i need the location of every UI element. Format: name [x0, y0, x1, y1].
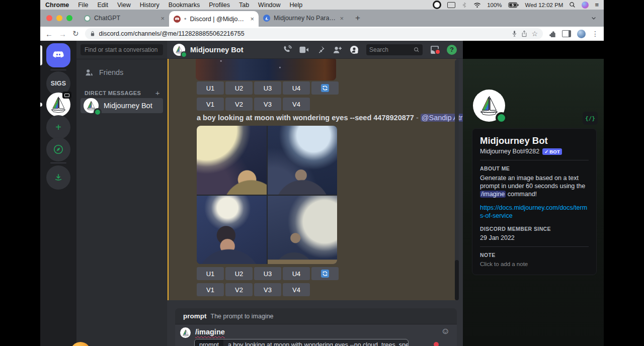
previous-grid-image-bottom[interactable]	[196, 59, 336, 80]
display-icon[interactable]	[447, 2, 455, 8]
menu-file[interactable]: File	[78, 2, 88, 9]
bookmark-star-icon[interactable]: ☆	[531, 30, 538, 38]
menubar-clock[interactable]: Wed 12:02 PM	[525, 2, 564, 8]
tab-close-icon[interactable]: ×	[340, 15, 344, 22]
variation-button-v4[interactable]: V4	[283, 283, 310, 296]
mic-icon[interactable]	[512, 30, 517, 37]
menu-view[interactable]: View	[117, 2, 131, 9]
variation-button-v3[interactable]: V3	[254, 283, 281, 296]
battery-icon	[508, 2, 519, 8]
discord-home-button[interactable]	[46, 43, 70, 67]
reload-button[interactable]: ↻	[72, 29, 79, 38]
tab-search-chevron-icon[interactable]	[591, 15, 597, 21]
extensions-puzzle-icon[interactable]	[549, 30, 556, 37]
home-active-pill	[40, 45, 42, 65]
upscale-button-u4[interactable]: U4	[283, 267, 310, 280]
grid-image-2[interactable]	[268, 126, 338, 195]
variation-button-v1[interactable]: V1	[197, 283, 224, 296]
upscale-button-u2[interactable]: U2	[225, 267, 253, 280]
add-server-button[interactable]: +	[46, 115, 70, 139]
chat-search-input[interactable]: Search	[366, 44, 423, 55]
upscale-button-u4[interactable]: U4	[283, 81, 310, 95]
tab-chatgpt[interactable]: ChatGPT ×	[79, 10, 169, 27]
reroll-button[interactable]	[311, 267, 339, 280]
spotlight-icon[interactable]	[569, 2, 576, 8]
upscale-button-u1[interactable]: U1	[197, 267, 224, 280]
bluetooth-icon[interactable]	[461, 2, 467, 9]
note-placeholder[interactable]: Click to add a note	[480, 261, 589, 267]
upscale-button-u3[interactable]: U3	[254, 267, 281, 280]
siri-icon[interactable]	[582, 2, 589, 9]
plus-icon: +	[55, 122, 61, 133]
menu-profiles[interactable]: Profiles	[209, 2, 230, 9]
variation-button-v4[interactable]: V4	[283, 98, 310, 111]
imagine-command-chip[interactable]: /imagine	[480, 191, 506, 198]
chat-scrollbar[interactable]	[455, 60, 459, 300]
side-panel-icon[interactable]	[562, 30, 571, 37]
dm-header-label: DIRECT MESSAGES	[85, 90, 141, 96]
forward-button[interactable]: →	[59, 30, 66, 38]
chat-title: Midjourney Bot	[190, 46, 244, 54]
notification-center-icon[interactable]: ≡	[595, 2, 599, 8]
reroll-button[interactable]	[311, 81, 339, 95]
menu-history[interactable]: History	[140, 2, 159, 9]
upscale-button-u1[interactable]: U1	[197, 81, 224, 95]
download-icon	[53, 172, 63, 183]
chrome-menu-icon[interactable]: ⋮	[592, 30, 599, 38]
minimize-window-button[interactable]	[56, 15, 62, 21]
chrome-profile-avatar[interactable]	[577, 30, 586, 38]
address-bar[interactable]: discord.com/channels/@me/112828885506221…	[85, 28, 543, 39]
user-profile-icon[interactable]	[350, 45, 359, 54]
variation-button-v1[interactable]: V1	[197, 98, 224, 111]
midjourney-image-grid[interactable]	[197, 126, 337, 264]
variation-button-v2[interactable]: V2	[225, 283, 253, 296]
prompt-option-input[interactable]: prompt a boy looking at moon with wonder…	[194, 339, 409, 346]
video-call-icon[interactable]	[299, 46, 309, 54]
share-icon[interactable]	[521, 30, 527, 37]
zoom-window-button[interactable]	[66, 15, 72, 21]
help-button[interactable]: ?	[447, 45, 457, 55]
download-apps-button[interactable]	[46, 165, 70, 190]
tab-close-icon[interactable]: ×	[160, 15, 165, 22]
tab-discord-active[interactable]: • Discord | @Midjourney Bot ×	[169, 11, 259, 27]
create-dm-icon[interactable]: +	[155, 89, 160, 97]
server-badge-icon	[62, 92, 71, 99]
add-friend-icon[interactable]	[333, 46, 342, 54]
url-text[interactable]: discord.com/channels/@me/112828885506221…	[99, 30, 508, 37]
scrollbar-thumb[interactable]	[455, 260, 459, 300]
grid-image-1[interactable]	[197, 126, 267, 195]
menu-window[interactable]: Window	[258, 2, 280, 9]
terms-of-service-link[interactable]: https://docs.midjourney.com/docs/terms-o…	[480, 204, 590, 220]
dm-item-midjourney-bot[interactable]: Midjourney Bot	[80, 98, 163, 113]
conversation-search-button[interactable]: Find or start a conversation	[80, 44, 163, 55]
close-window-button[interactable]	[46, 15, 52, 21]
variation-button-v3[interactable]: V3	[254, 98, 281, 111]
tab-midjourney-docs[interactable]: Midjourney No Parameter ×	[259, 10, 348, 27]
sidebar-item-friends[interactable]: Friends	[80, 65, 163, 79]
tab-close-icon[interactable]: ×	[250, 15, 254, 23]
upscale-button-u3[interactable]: U3	[254, 81, 281, 95]
bot-dev-badge: {/}	[583, 112, 598, 125]
explore-servers-button[interactable]	[46, 137, 70, 161]
menu-help[interactable]: Help	[290, 2, 303, 9]
variation-button-v2[interactable]: V2	[225, 98, 253, 111]
menu-app-name[interactable]: Chrome	[45, 2, 69, 9]
new-tab-button[interactable]: +	[355, 13, 360, 23]
grid-image-4[interactable]	[268, 196, 338, 265]
emoji-picker-icon[interactable]: ☺	[441, 327, 450, 335]
remove-option-icon[interactable]	[434, 342, 439, 346]
menu-edit[interactable]: Edit	[97, 2, 108, 9]
option-value-text[interactable]: a boy looking at moon with wondering eye…	[223, 341, 409, 346]
upscale-button-u2[interactable]: U2	[225, 81, 253, 95]
screen-record-icon[interactable]	[433, 1, 441, 9]
wifi-icon[interactable]	[473, 2, 481, 8]
slash-command-text[interactable]: /imagine	[195, 328, 225, 336]
voice-call-icon[interactable]	[283, 45, 292, 54]
back-button[interactable]: ←	[45, 30, 53, 38]
menu-bookmarks[interactable]: Bookmarks	[169, 2, 200, 9]
grid-image-3[interactable]	[197, 196, 267, 265]
inbox-button[interactable]	[430, 46, 439, 54]
pin-icon[interactable]	[316, 45, 325, 54]
profile-avatar[interactable]	[473, 90, 505, 122]
menu-tab[interactable]: Tab	[239, 2, 249, 9]
